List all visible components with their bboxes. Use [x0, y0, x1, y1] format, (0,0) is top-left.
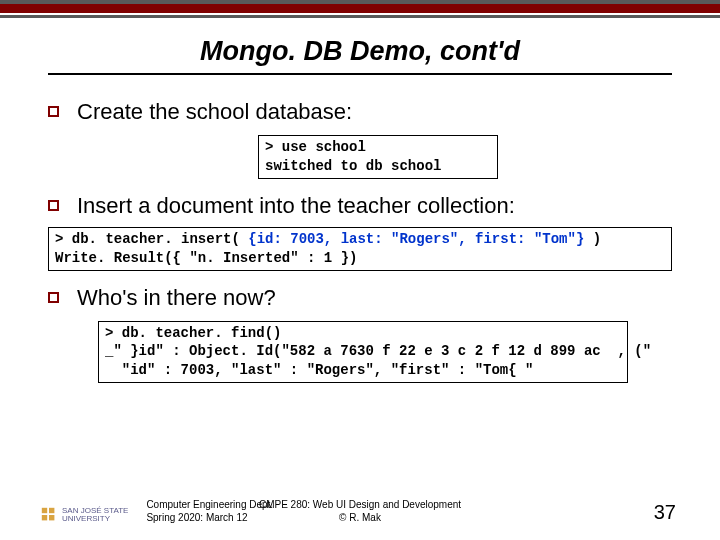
slide-title: Mongo. DB Demo, cont'd — [0, 36, 720, 67]
page-number: 37 — [654, 501, 676, 524]
footer-author: © R. Mak — [259, 512, 461, 525]
code2-line2: Write. Result({ "n. Inserted" : 1 }) — [55, 250, 357, 266]
svg-rect-3 — [49, 515, 54, 520]
svg-rect-2 — [42, 515, 47, 520]
code3-line1: > db. teacher. find() — [105, 325, 281, 341]
code3-line2: _" }id" : Object. Id("582 a 7630 f 22 e … — [105, 343, 651, 359]
footer-dept: Computer Engineering Dept. — [146, 499, 273, 512]
bullet-1: Create the school database: — [48, 99, 672, 125]
bullet-box-icon — [48, 200, 59, 211]
footer-course: CMPE 280: Web UI Design and Development — [259, 499, 461, 512]
slide-footer: SAN JOSÉ STATE UNIVERSITY Computer Engin… — [0, 499, 720, 524]
bullet-box-icon — [48, 292, 59, 303]
bullet-3: Who's in there now? — [48, 285, 672, 311]
sjsu-logo: SAN JOSÉ STATE UNIVERSITY — [40, 506, 128, 524]
code2-line1c: ) — [584, 231, 601, 247]
svg-rect-1 — [49, 508, 54, 513]
code1-line2: switched to db school — [265, 158, 441, 174]
svg-rect-0 — [42, 508, 47, 513]
code2-line1a: > db. teacher. insert( — [55, 231, 248, 247]
bullet-2: Insert a document into the teacher colle… — [48, 193, 672, 219]
bullet-2-text: Insert a document into the teacher colle… — [77, 193, 515, 219]
slide-content: Create the school database: > use school… — [0, 75, 720, 383]
code-box-1: > use school switched to db school — [258, 135, 498, 179]
bullet-1-text: Create the school database: — [77, 99, 352, 125]
decorative-top-bars — [0, 0, 720, 18]
code3-line3: "id" : 7003, "last" : "Rogers", "first" … — [105, 362, 533, 378]
sjsu-logo-icon — [40, 506, 58, 524]
footer-date: Spring 2020: March 12 — [146, 512, 273, 525]
code2-line1b: {id: 7003, last: "Rogers", first: "Tom"} — [248, 231, 584, 247]
bullet-3-text: Who's in there now? — [77, 285, 276, 311]
footer-center: CMPE 280: Web UI Design and Development … — [259, 499, 461, 524]
bullet-box-icon — [48, 106, 59, 117]
code-box-3: > db. teacher. find() _" }id" : Object. … — [98, 321, 628, 384]
sjsu-logo-text: SAN JOSÉ STATE UNIVERSITY — [62, 507, 128, 523]
code1-line1: > use school — [265, 139, 366, 155]
footer-left: Computer Engineering Dept. Spring 2020: … — [146, 499, 273, 524]
code-box-2: > db. teacher. insert( {id: 7003, last: … — [48, 227, 672, 271]
